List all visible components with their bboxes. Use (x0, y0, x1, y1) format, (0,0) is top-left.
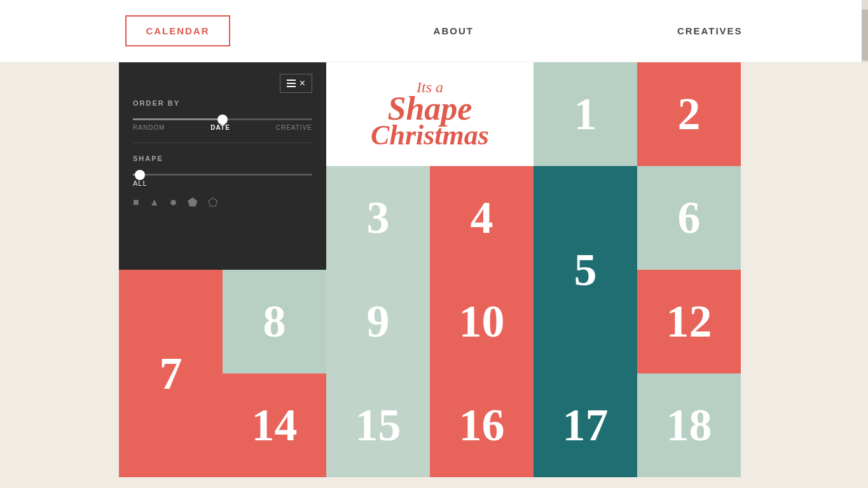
logo-christmas-final: Christmas (371, 122, 489, 150)
order-thumb[interactable] (217, 115, 228, 125)
cell-18-final[interactable]: 18 (637, 373, 741, 477)
logo-cell-final[interactable]: Its a Shape Christmas (326, 62, 534, 166)
cell-4-final[interactable]: 4 (430, 166, 534, 270)
pent-icon[interactable]: ⬠ (208, 195, 218, 209)
cell-17-final[interactable]: 17 (534, 373, 637, 477)
cell-8-final[interactable]: 8 (223, 270, 326, 373)
lbl-date: DATE (210, 124, 230, 131)
cell-10-final[interactable]: 10 (430, 270, 534, 373)
cell-5-final[interactable]: 5 (534, 166, 637, 373)
nav-creatives[interactable]: CREATIVES (677, 25, 743, 36)
cell-9-final[interactable]: 9 (326, 270, 430, 373)
cell-16-final[interactable]: 16 (430, 373, 534, 477)
nav-about[interactable]: ABOUT (434, 25, 474, 36)
lbl-random: RANDOM (133, 124, 165, 131)
cell-15-final[interactable]: 15 (326, 373, 430, 477)
cell-7-final[interactable]: 7 (119, 270, 223, 477)
shapes-row: ■ ▲ ● ⬟ ⬠ (133, 195, 312, 209)
rnd-icon[interactable]: ⬟ (188, 195, 198, 209)
cell-3-final[interactable]: 3 (326, 166, 430, 270)
shape-heading: SHAPE (133, 155, 312, 162)
circ-icon[interactable]: ● (170, 195, 177, 209)
cell-12-final[interactable]: 12 (637, 270, 741, 373)
sq-icon[interactable]: ■ (133, 197, 139, 208)
shape-thumb[interactable] (135, 170, 145, 180)
cell-2-final[interactable]: 2 (637, 62, 741, 166)
header: CALENDAR ABOUT CREATIVES (0, 0, 868, 62)
filter-panel-overlay: × ORDER BY RANDOM DATE CREATIVE SHAPE AL… (119, 62, 326, 270)
filter-btn[interactable]: × (280, 74, 312, 93)
scrollbar-thumb[interactable] (862, 10, 868, 60)
tri-icon[interactable]: ▲ (149, 197, 160, 208)
lbl-creative: CREATIVE (276, 124, 312, 131)
cell-1-final[interactable]: 1 (534, 62, 637, 166)
x-close: × (300, 78, 305, 89)
nav-calendar[interactable]: CALENDAR (125, 15, 230, 46)
cell-6-final[interactable]: 6 (637, 166, 741, 270)
all-label: ALL (133, 179, 312, 187)
order-by-heading: ORDER BY (133, 99, 312, 107)
cell-14-final[interactable]: 14 (223, 373, 326, 477)
